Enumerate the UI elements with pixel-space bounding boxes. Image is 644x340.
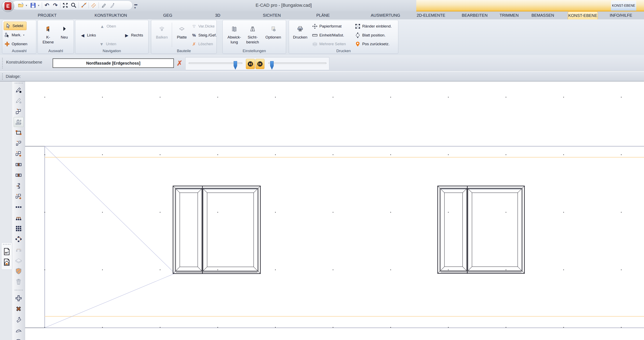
tab-sichten[interactable]: SICHTEN (260, 11, 283, 19)
joint-tool-icon[interactable] (14, 160, 24, 170)
loeschen-button[interactable]: ✗ Löschen (191, 40, 213, 48)
tab-trimmen[interactable]: TRIMMEN (498, 11, 520, 19)
tab-3d[interactable]: 3D (213, 11, 223, 19)
panel-drag-handle[interactable] (3, 244, 10, 245)
nav-links-button[interactable]: ◀ Links (80, 31, 96, 39)
open-dropdown-icon[interactable]: ▾ (26, 4, 28, 7)
protect-tool-icon[interactable] (14, 266, 24, 276)
plane-slider-1[interactable] (189, 63, 242, 64)
triangle-right-icon: ▶ (124, 33, 130, 37)
slider-track[interactable] (268, 63, 326, 64)
open-icon[interactable] (17, 2, 24, 9)
selection-frame-icon[interactable] (14, 128, 24, 138)
steigung-button[interactable]: % Steig./Gef. (191, 31, 217, 39)
nav-rechts-button[interactable]: ▶ Rechts (124, 31, 143, 39)
ribbon-group-einstellungen: Abwick- lung Sicht- bereich Optionen Ein… (222, 20, 286, 54)
abwicklung-button[interactable]: Abwick- lung (225, 22, 244, 47)
einheit-button[interactable]: Einheit/Maßst. (312, 31, 344, 39)
tab-konst-ebene[interactable]: KONST-EBENE (568, 11, 598, 19)
sichtbereich-button[interactable]: Sicht- bereich (244, 22, 262, 47)
move-cross-icon[interactable] (14, 293, 24, 303)
probe-tool-icon[interactable] (14, 85, 24, 95)
arc-tool-icon[interactable] (14, 336, 24, 340)
blatt-position-button[interactable]: Blatt position. (355, 31, 386, 39)
mark-button[interactable]: Mark. ▾ (4, 31, 24, 39)
var-dicke-button[interactable]: ▽ Var.Dicke (191, 23, 215, 30)
sidebar-drag-handle[interactable] (15, 83, 23, 84)
tab-konstruktion[interactable]: KONSTRUKTION (94, 11, 127, 19)
tab-2d-elemente[interactable]: 2D-ELEMENTE (415, 11, 447, 19)
papierformat-button[interactable]: Papierformat (312, 23, 342, 30)
profile-tool-icon[interactable] (14, 181, 24, 191)
panel-separator (12, 244, 12, 269)
save-dropdown-icon[interactable]: ▾ (38, 4, 40, 7)
level-adjust-icon[interactable] (14, 117, 24, 127)
k-ebene-button[interactable]: K- Ebene (40, 22, 56, 47)
contextual-tab-header[interactable]: KONST-EBENE (611, 0, 636, 11)
skip-back-button[interactable] (256, 59, 264, 69)
mehrere-seiten-button[interactable]: Mehrere Seiten (312, 40, 346, 48)
match-properties-small-icon[interactable] (14, 139, 24, 148)
konstruktionsebene-bar: Konstruktionsebene ✗ (0, 55, 644, 71)
redo-icon[interactable]: ↷ (52, 2, 59, 9)
add-element-icon[interactable] (14, 149, 24, 159)
contextual-tab-band (416, 0, 644, 11)
pipette-icon[interactable] (108, 2, 116, 9)
distribute-points-2-icon[interactable] (14, 245, 24, 255)
customize-toolbar-icon[interactable]: ▬▾ (134, 2, 137, 9)
optionen-button-2[interactable]: Optionen (263, 22, 284, 47)
add-element-2-icon[interactable] (14, 192, 24, 201)
parallel-copy-icon[interactable] (90, 2, 97, 9)
app-menu-button[interactable]: E (2, 0, 14, 12)
slider-thumb[interactable] (270, 61, 274, 70)
joint-tool-2-icon[interactable] (14, 170, 24, 180)
konstruktionsebene-field[interactable] (53, 58, 174, 68)
tab-auswertung[interactable]: AUSWERTUNG (370, 11, 401, 19)
circular-array-icon[interactable] (14, 234, 24, 244)
slider-thumb[interactable] (234, 61, 237, 70)
distribute-points-icon[interactable] (14, 213, 24, 223)
nav-unten-button[interactable]: ▼ Unten (99, 40, 116, 48)
area-document-button[interactable]: m² (3, 247, 11, 256)
sidebar-section-handle[interactable] (15, 290, 23, 291)
undo-icon[interactable]: ↶ (44, 2, 50, 9)
sweep-tool-icon[interactable] (14, 315, 24, 324)
drucken-button[interactable]: Drucken (291, 22, 309, 47)
tab-bemassen[interactable]: BEMASSEN (530, 11, 555, 19)
delete-tool-icon[interactable] (14, 277, 24, 287)
toolbar-drag-handle[interactable] (2, 73, 3, 80)
slab-icon (179, 22, 185, 34)
platte-button[interactable]: Platte (174, 22, 190, 47)
triangle-up-icon: ▲ (100, 24, 105, 28)
tab-info-hilfe[interactable]: INFO/HILFE (608, 11, 634, 19)
fit-view-icon[interactable] (62, 2, 69, 9)
options-gear-icon (270, 22, 276, 34)
raender-button[interactable]: Ränder einblend. (355, 23, 392, 30)
pos-reset-button[interactable]: Pos zurücksetz. (355, 40, 390, 48)
toolbar-drag-handle[interactable] (2, 58, 3, 68)
optionen-button[interactable]: Optionen (4, 40, 27, 48)
probe-tool-2-icon[interactable] (14, 96, 24, 106)
neu-button[interactable]: Neu (58, 22, 71, 47)
tab-pl-ne[interactable]: PLÄNE (314, 11, 332, 19)
tab-geg[interactable]: GEG (160, 11, 175, 19)
nav-oben-button[interactable]: ▲ Oben (100, 23, 116, 30)
slab-tool-icon[interactable] (14, 256, 24, 265)
tab-projekt[interactable]: PROJEKT (36, 11, 58, 19)
plane-slider-2[interactable] (268, 63, 326, 64)
tab-bearbeiten[interactable]: BEARBEITEN (460, 11, 489, 19)
home-document-button[interactable] (3, 258, 11, 267)
point-row-icon[interactable] (14, 202, 24, 212)
match-properties-icon[interactable] (14, 107, 24, 116)
delete-x-icon[interactable] (14, 304, 24, 314)
save-icon[interactable] (30, 2, 36, 9)
angle-arc-icon[interactable] (14, 325, 24, 335)
pen-icon[interactable] (100, 2, 107, 9)
point-grid-icon[interactable] (14, 224, 24, 233)
measure-node-icon[interactable]: ? (80, 2, 87, 9)
balken-button[interactable]: Balken (154, 22, 170, 47)
delete-plane-button[interactable]: ✗ (176, 59, 184, 68)
skip-forward-button[interactable] (246, 59, 255, 69)
selekt-button[interactable]: Selekt (4, 22, 26, 30)
zoom-icon[interactable] (70, 2, 77, 9)
